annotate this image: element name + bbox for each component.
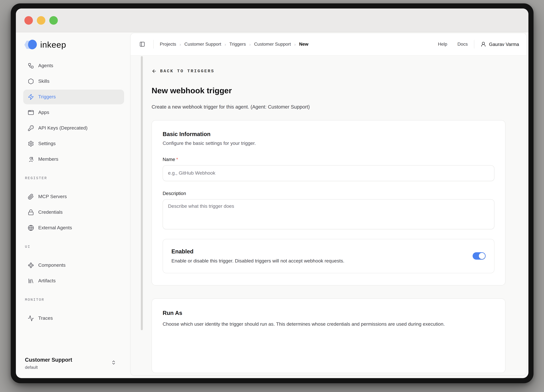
chevrons-up-down-icon bbox=[111, 360, 116, 366]
toggle-knob bbox=[479, 253, 485, 259]
header-divider bbox=[153, 40, 154, 48]
header-divider bbox=[474, 40, 474, 48]
sidebar-item-skills[interactable]: Skills bbox=[23, 74, 124, 89]
globe-icon bbox=[28, 225, 34, 231]
close-window-button[interactable] bbox=[24, 16, 33, 24]
docs-link[interactable]: Docs bbox=[457, 42, 468, 47]
sidebar-item-label: Skills bbox=[38, 78, 49, 84]
sidebar-item-label: External Agents bbox=[38, 225, 72, 231]
gear-icon bbox=[28, 141, 34, 147]
main-panel: Projects › Customer Support › Triggers ›… bbox=[130, 33, 527, 375]
sidebar-item-label: Agents bbox=[38, 63, 53, 69]
mcp-icon bbox=[28, 194, 34, 200]
breadcrumb: Projects › Customer Support › Triggers ›… bbox=[160, 42, 308, 47]
sidebar-item-artifacts[interactable]: Artifacts bbox=[23, 273, 124, 288]
sidebar-item-label: Members bbox=[38, 156, 58, 162]
panel-header: Projects › Customer Support › Triggers ›… bbox=[131, 33, 526, 56]
name-label: Name* bbox=[163, 157, 178, 162]
sidebar-item-triggers[interactable]: Triggers bbox=[23, 89, 124, 104]
breadcrumb-separator: › bbox=[294, 42, 296, 47]
app-window: inkeep Agents Sk bbox=[11, 3, 533, 383]
back-link-label: BACK TO TRIGGERS bbox=[160, 69, 214, 74]
sidebar-item-label: Artifacts bbox=[38, 278, 56, 284]
breadcrumb-separator: › bbox=[249, 42, 251, 47]
sidebar-item-label: MCP Servers bbox=[38, 194, 67, 200]
run-as-title: Run As bbox=[163, 309, 494, 317]
enabled-toggle[interactable] bbox=[473, 252, 486, 260]
inkeep-logo[interactable]: inkeep bbox=[23, 39, 124, 52]
zap-icon bbox=[28, 94, 34, 100]
sidebar-scrollbar[interactable] bbox=[141, 56, 143, 330]
user-icon bbox=[480, 41, 486, 47]
sidebar-section-register: REGISTER bbox=[25, 176, 124, 180]
required-asterisk: * bbox=[176, 157, 178, 162]
sidebar-item-components[interactable]: Components bbox=[23, 258, 124, 273]
page-content: BACK TO TRIGGERS New webhook trigger Cre… bbox=[131, 56, 526, 375]
app-window-icon bbox=[28, 109, 34, 116]
sidebar-item-settings[interactable]: Settings bbox=[23, 136, 124, 151]
workflow-icon bbox=[28, 63, 34, 69]
library-icon bbox=[28, 278, 34, 284]
sidebar-item-members[interactable]: Members bbox=[23, 152, 124, 167]
sidebar-item-label: Components bbox=[38, 262, 65, 268]
enabled-setting: Enabled Enable or disable this trigger. … bbox=[163, 239, 494, 273]
breadcrumb-separator: › bbox=[225, 42, 226, 47]
basic-information-title: Basic Information bbox=[163, 130, 494, 138]
description-label: Description bbox=[163, 191, 186, 196]
enabled-title: Enabled bbox=[171, 248, 466, 255]
key-icon bbox=[28, 125, 34, 131]
sidebar-item-label: Apps bbox=[38, 110, 49, 115]
breadcrumb-agent[interactable]: Customer Support bbox=[254, 42, 291, 47]
name-input[interactable] bbox=[163, 165, 494, 181]
inkeep-logo-icon bbox=[24, 40, 37, 50]
project-name: Customer Support bbox=[25, 356, 72, 364]
screen: inkeep Agents Sk bbox=[0, 0, 544, 392]
arrow-left-icon bbox=[152, 69, 157, 74]
page-title: New webhook trigger bbox=[152, 86, 505, 95]
user-menu[interactable]: Gaurav Varma bbox=[480, 41, 519, 47]
sidebar-toggle-button[interactable] bbox=[137, 39, 147, 49]
sidebar-item-label: Credentials bbox=[38, 209, 63, 215]
users-icon bbox=[28, 156, 34, 162]
breadcrumb-triggers[interactable]: Triggers bbox=[229, 42, 246, 47]
activity-icon bbox=[28, 315, 34, 321]
hexagon-icon bbox=[28, 78, 34, 84]
sidebar-item-external-agents[interactable]: External Agents bbox=[23, 220, 124, 235]
sidebar-item-label: Settings bbox=[38, 141, 56, 147]
lock-icon bbox=[28, 209, 34, 215]
back-to-triggers-link[interactable]: BACK TO TRIGGERS bbox=[152, 69, 505, 74]
breadcrumb-project[interactable]: Customer Support bbox=[184, 42, 221, 47]
sidebar-item-traces[interactable]: Traces bbox=[23, 311, 124, 326]
sidebar-item-api-keys[interactable]: API Keys (Deprecated) bbox=[23, 121, 124, 136]
enabled-description: Enable or disable this trigger. Disabled… bbox=[171, 258, 466, 264]
basic-information-subtitle: Configure the basic settings for your tr… bbox=[163, 140, 494, 147]
description-input[interactable] bbox=[163, 199, 494, 229]
component-icon bbox=[28, 262, 34, 268]
help-link[interactable]: Help bbox=[438, 42, 447, 47]
sidebar: inkeep Agents Sk bbox=[16, 32, 130, 378]
sidebar-item-credentials[interactable]: Credentials bbox=[23, 205, 124, 220]
breadcrumb-separator: › bbox=[180, 42, 181, 47]
basic-information-card: Basic Information Configure the basic se… bbox=[152, 120, 505, 285]
sidebar-item-label: Traces bbox=[38, 315, 53, 321]
user-name: Gaurav Varma bbox=[489, 42, 519, 47]
zoom-window-button[interactable] bbox=[49, 16, 58, 24]
page-subtitle: Create a new webhook trigger for this ag… bbox=[152, 104, 505, 110]
breadcrumb-projects[interactable]: Projects bbox=[160, 42, 176, 47]
sidebar-item-mcp-servers[interactable]: MCP Servers bbox=[23, 189, 124, 204]
sidebar-item-label: Triggers bbox=[38, 94, 56, 100]
window-titlebar bbox=[16, 8, 528, 32]
inkeep-logo-text: inkeep bbox=[40, 40, 66, 50]
sidebar-item-agents[interactable]: Agents bbox=[23, 58, 124, 73]
panel-left-icon bbox=[139, 41, 145, 47]
run-as-description: Choose which user identity the trigger s… bbox=[163, 320, 494, 328]
project-environment: default bbox=[25, 365, 72, 370]
sidebar-item-apps[interactable]: Apps bbox=[23, 105, 124, 120]
sidebar-item-label: API Keys (Deprecated) bbox=[38, 125, 88, 131]
project-switcher[interactable]: Customer Support default bbox=[23, 355, 124, 371]
minimize-window-button[interactable] bbox=[37, 16, 45, 24]
sidebar-section-ui: UI bbox=[25, 245, 124, 249]
run-as-card: Run As Choose which user identity the tr… bbox=[152, 298, 505, 373]
breadcrumb-current: New bbox=[299, 42, 308, 47]
sidebar-section-monitor: MONITOR bbox=[25, 298, 124, 302]
